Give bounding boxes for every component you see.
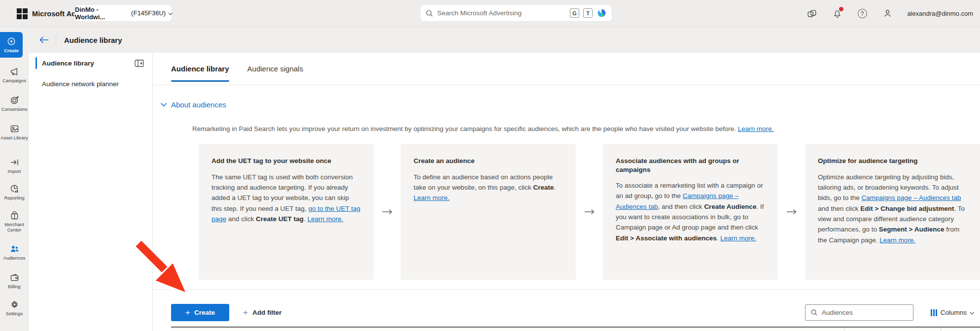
wallet-icon xyxy=(9,272,20,283)
image-icon xyxy=(9,124,20,134)
chevron-down-icon xyxy=(160,102,167,107)
panel-item-audience-library[interactable]: Audience library xyxy=(29,53,152,73)
tab-bar: Audience library Audience signals xyxy=(171,53,303,85)
main-content: Audience library Audience signals About … xyxy=(153,53,980,331)
active-indicator xyxy=(35,57,37,69)
content-divider xyxy=(153,289,980,290)
account-name: DinMo - Worldwi... xyxy=(75,6,128,21)
about-cards: Add the UET tag to your website once The… xyxy=(199,144,980,280)
inline-link[interactable]: Learn more. xyxy=(414,194,450,201)
account-id: (F145F36U) xyxy=(131,9,166,17)
sidebar-item-merchant-center[interactable]: Merchant Center xyxy=(0,210,29,233)
card-create-audience: Create an audience To define an audience… xyxy=(401,144,576,280)
add-filter-button[interactable]: + Add filter xyxy=(243,304,281,321)
notification-badge xyxy=(839,7,843,11)
card-title: Optimize for audience targeting xyxy=(818,157,967,166)
inline-text: . xyxy=(554,184,556,191)
inline-bold-text: Segment > Audience xyxy=(879,226,945,233)
collapse-panel-icon xyxy=(135,60,144,67)
card-body: The same UET tag is used with both conve… xyxy=(211,172,361,225)
search-icon xyxy=(425,9,433,17)
audiences-toolbar: + Create + Add filter Audiences Columns xyxy=(153,304,980,322)
sidebar-item-import[interactable]: Import xyxy=(0,157,29,174)
panel-item-audience-network-planner[interactable]: Audience network planner xyxy=(29,73,152,94)
sidebar-item-reporting[interactable]: Reporting xyxy=(0,184,29,201)
inline-bold-text: Edit > Change bid adjustment xyxy=(860,205,954,212)
import-arrow-icon xyxy=(9,157,20,167)
inline-text: , and then click xyxy=(658,203,704,210)
columns-icon xyxy=(931,309,937,316)
notifications-bell-icon[interactable] xyxy=(832,8,842,19)
inline-bold-text: Create Audience xyxy=(704,203,756,210)
rail-create-button[interactable]: Create xyxy=(0,32,23,58)
tab-audience-signals[interactable]: Audience signals xyxy=(247,53,303,85)
card-body: Optimize audience targeting by adjusting… xyxy=(818,172,967,245)
sidebar-item-campaigns[interactable]: Campaigns xyxy=(0,66,29,84)
columns-button[interactable]: Columns xyxy=(931,304,973,321)
plus-circle-icon xyxy=(6,36,16,46)
copilot-icon[interactable] xyxy=(596,8,607,18)
audiences-search-input[interactable]: Audiences xyxy=(805,304,913,321)
card-optimize-targeting: Optimize for audience targeting Optimize… xyxy=(805,144,980,280)
sidebar-item-conversions[interactable]: Conversions xyxy=(0,95,29,112)
diagnostics-icon[interactable] xyxy=(806,8,817,19)
shortcut-t-key: T xyxy=(583,8,593,18)
header-divider xyxy=(56,34,56,46)
megaphone-icon xyxy=(9,66,20,77)
plus-icon: + xyxy=(185,308,190,317)
pie-chart-icon xyxy=(9,184,20,194)
card-uet-tag: Add the UET tag to your website once The… xyxy=(199,144,374,280)
plus-icon: + xyxy=(243,308,248,318)
shortcut-g-key: G xyxy=(570,8,579,18)
card-title: Create an audience xyxy=(414,157,563,166)
chevron-down-icon xyxy=(970,310,974,314)
card-title: Add the UET tag to your website once xyxy=(211,157,361,166)
topbar-actions: ? alexandra@dinmo.com xyxy=(806,0,973,27)
inline-link[interactable]: Learn more. xyxy=(307,215,343,223)
sidebar-item-settings[interactable]: Settings xyxy=(0,299,29,317)
inline-link[interactable]: Campaigns page – Audiences tab xyxy=(862,194,961,201)
target-icon xyxy=(9,95,20,105)
shopping-bag-icon xyxy=(9,210,20,221)
inline-text: To define an audience based on actions p… xyxy=(414,173,553,191)
inline-link[interactable]: Learn more. xyxy=(738,125,774,132)
tab-audience-library[interactable]: Audience library xyxy=(171,53,229,85)
top-bar: Microsoft Advertising DinMo - Worldwi...… xyxy=(0,0,980,27)
card-associate-audiences: Associate audiences with ad groups or ca… xyxy=(603,144,778,280)
secondary-nav-panel: Audience library Audience network planne… xyxy=(29,53,153,331)
table-header-strip xyxy=(171,328,980,331)
user-email[interactable]: alexandra@dinmo.com xyxy=(907,10,973,17)
audiences-search-placeholder: Audiences xyxy=(822,309,853,316)
about-audiences-expander[interactable]: About audiences xyxy=(160,100,226,109)
help-icon[interactable]: ? xyxy=(857,8,868,19)
microsoft-logo-icon xyxy=(17,8,28,19)
step-arrow-icon xyxy=(374,144,401,280)
account-picker[interactable]: DinMo - Worldwi... (F145F36U) xyxy=(75,5,172,21)
inline-link[interactable]: Learn more. xyxy=(720,234,756,242)
inline-text: Remarketing in Paid Search lets you impr… xyxy=(192,125,738,132)
inline-text: and click xyxy=(226,215,256,223)
sidebar-item-billing[interactable]: Billing xyxy=(0,272,29,290)
card-title: Associate audiences with ad groups or ca… xyxy=(616,157,765,174)
inline-link[interactable]: Learn more. xyxy=(879,236,915,244)
inline-bold-text: Create UET tag xyxy=(256,215,304,223)
inline-bold-text: Edit > Associate with audiences xyxy=(616,234,717,242)
sidebar-item-asset-library[interactable]: Asset Library xyxy=(0,124,29,141)
account-person-icon[interactable] xyxy=(882,8,893,19)
back-arrow-icon xyxy=(39,36,49,44)
create-audience-button[interactable]: + Create xyxy=(171,304,229,321)
step-arrow-icon xyxy=(576,144,603,280)
microsoft-advertising-app: Microsoft Advertising DinMo - Worldwi...… xyxy=(0,0,980,331)
card-body: To define an audience based on actions p… xyxy=(414,172,563,203)
inline-bold-text: Create xyxy=(533,184,554,191)
tab-bar-border xyxy=(153,85,980,85)
global-search-input[interactable]: Search Microsoft Advertising G T xyxy=(420,5,612,21)
chevron-down-icon xyxy=(169,11,173,15)
global-search-placeholder: Search Microsoft Advertising xyxy=(437,9,566,17)
collapse-panel-button[interactable] xyxy=(134,58,144,68)
card-body: To associate a remarketing list with a c… xyxy=(616,180,765,243)
back-button[interactable] xyxy=(37,33,51,47)
about-intro-text: Remarketing in Paid Search lets you impr… xyxy=(192,125,848,134)
left-nav-rail: Create Campaigns Conversions Asset Libra… xyxy=(0,27,29,331)
sidebar-item-audiences[interactable]: Audiences xyxy=(0,244,29,261)
